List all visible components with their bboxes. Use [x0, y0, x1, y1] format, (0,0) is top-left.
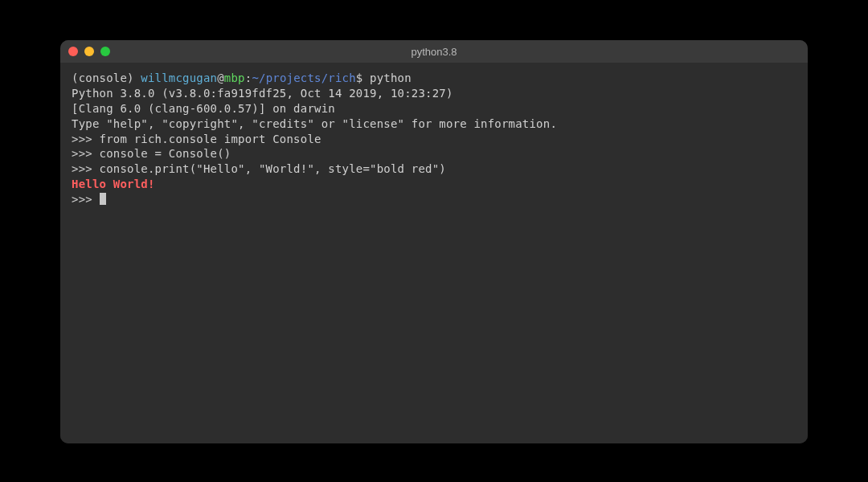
- terminal-window: python3.8 (console) willmcgugan@mbp:~/pr…: [60, 40, 808, 443]
- repl-prompt: >>>: [72, 162, 100, 175]
- python-banner-line-1: Python 3.8.0 (v3.8.0:fa919fdf25, Oct 14 …: [72, 86, 796, 101]
- repl-prompt: >>>: [72, 147, 100, 160]
- shell-prompt-line: (console) willmcgugan@mbp:~/projects/ric…: [72, 71, 796, 86]
- shell-command: python: [370, 71, 411, 84]
- window-title: python3.8: [411, 46, 457, 58]
- prompt-env: (console): [72, 71, 141, 84]
- repl-line-3: >>> console.print("Hello", "World!", sty…: [72, 161, 796, 177]
- repl-prompt: >>>: [72, 193, 100, 206]
- python-banner-line-2: [Clang 6.0 (clang-600.0.57)] on darwin: [72, 101, 796, 116]
- maximize-icon[interactable]: [100, 47, 110, 56]
- prompt-at: @: [217, 71, 224, 84]
- prompt-user: willmcgugan: [141, 71, 217, 84]
- output-hello-world: Hello World!: [72, 177, 796, 192]
- terminal-body[interactable]: (console) willmcgugan@mbp:~/projects/ric…: [60, 63, 808, 443]
- close-icon[interactable]: [68, 47, 78, 56]
- cursor-icon: [100, 193, 106, 205]
- python-banner-line-3: Type "help", "copyright", "credits" or "…: [72, 116, 796, 132]
- repl-input: console = Console(): [100, 147, 231, 160]
- prompt-dollar: $: [356, 71, 370, 84]
- repl-line-1: >>> from rich.console import Console: [72, 132, 796, 147]
- title-bar: python3.8: [60, 40, 808, 63]
- repl-input: from rich.console import Console: [100, 133, 321, 145]
- traffic-lights: [68, 47, 110, 56]
- prompt-host: mbp: [224, 71, 245, 84]
- repl-line-cursor: >>>: [72, 192, 796, 207]
- minimize-icon[interactable]: [84, 47, 94, 56]
- prompt-path: ~/projects/rich: [252, 71, 355, 84]
- repl-prompt: >>>: [72, 133, 100, 145]
- repl-input: console.print("Hello", "World!", style="…: [100, 162, 446, 175]
- repl-line-2: >>> console = Console(): [72, 146, 796, 161]
